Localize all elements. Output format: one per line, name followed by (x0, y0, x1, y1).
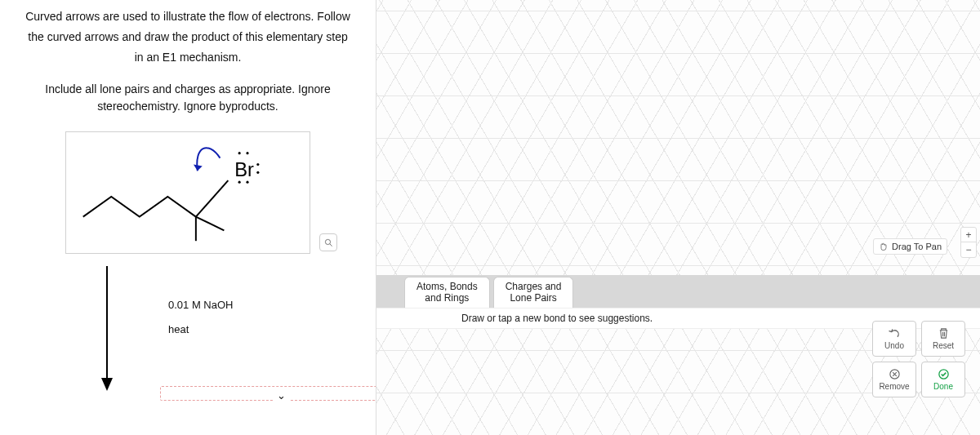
svg-marker-14 (101, 378, 113, 391)
tab2-line1: Charges and (506, 282, 562, 293)
reset-label: Reset (933, 341, 954, 350)
tab1-line1: Atoms, Bonds (416, 282, 478, 293)
svg-line-2 (196, 180, 228, 216)
sub-line-1: Include all lone pairs and charges as ap… (13, 81, 363, 98)
svg-line-12 (329, 243, 332, 246)
svg-point-7 (256, 163, 259, 166)
sub-line-2: stereochemistry. Ignore byproducts. (13, 98, 363, 115)
q-line-2: the curved arrows and draw the product o… (13, 29, 363, 46)
drawing-canvas[interactable]: Drag To Pan + − Atoms, Bonds and Rings C… (376, 0, 980, 435)
tab-atoms-bonds-rings[interactable]: Atoms, Bonds and Rings (404, 277, 490, 308)
svg-point-6 (246, 152, 248, 154)
remove-button[interactable]: Remove (872, 362, 916, 397)
hand-icon (879, 242, 889, 251)
reagent-text: 0.01 M NaOH (168, 299, 233, 311)
remove-icon (889, 368, 901, 380)
trash-icon (938, 327, 950, 340)
zoom-controls: + − (960, 227, 977, 258)
control-buttons: Undo Reset Remove Done (872, 321, 965, 397)
undo-label: Undo (884, 341, 904, 350)
undo-button[interactable]: Undo (872, 321, 916, 357)
suggestion-text: Draw or tap a new bond to see suggestion… (461, 313, 653, 324)
undo-icon (889, 327, 901, 340)
svg-point-5 (238, 152, 241, 154)
molecule-box: Br (65, 131, 310, 254)
question-panel: Curved arrows are used to illustrate the… (0, 0, 376, 435)
question-text: Curved arrows are used to illustrate the… (13, 8, 363, 66)
q-line-3: in an E1 mechanism. (13, 49, 363, 66)
q-line-1: Curved arrows are used to illustrate the… (13, 8, 363, 25)
tab-charges-lone-pairs[interactable]: Charges and Lone Pairs (493, 277, 574, 308)
reaction-arrow-block: 0.01 M NaOH heat ⌄ (95, 262, 363, 401)
remove-label: Remove (879, 382, 909, 391)
svg-text:Br: Br (234, 159, 254, 180)
svg-marker-3 (194, 164, 203, 171)
svg-line-1 (196, 217, 225, 231)
product-placeholder[interactable] (160, 386, 376, 401)
magnify-icon[interactable] (319, 233, 337, 251)
done-button[interactable]: Done (921, 362, 965, 397)
svg-point-11 (325, 239, 330, 244)
drag-to-pan-button[interactable]: Drag To Pan (873, 238, 947, 255)
toolbar: Atoms, Bonds and Rings Charges and Lone … (376, 275, 980, 308)
svg-point-8 (256, 171, 259, 174)
reset-button[interactable]: Reset (921, 321, 965, 357)
zoom-out-button[interactable]: − (961, 242, 976, 257)
tab2-line2: Lone Pairs (506, 293, 562, 304)
svg-point-9 (238, 181, 241, 184)
tab1-line2: and Rings (416, 293, 478, 304)
drag-to-pan-label: Drag To Pan (892, 242, 942, 251)
chevron-down-icon[interactable]: ⌄ (273, 389, 289, 402)
done-label: Done (933, 382, 953, 391)
zoom-in-button[interactable]: + (961, 228, 976, 242)
molecule-structure: Br (66, 132, 310, 253)
sub-instructions: Include all lone pairs and charges as ap… (13, 81, 363, 115)
svg-point-10 (246, 181, 248, 184)
check-icon (938, 368, 950, 380)
reaction-arrow-icon (95, 262, 119, 393)
temperature-text: heat (168, 323, 189, 335)
